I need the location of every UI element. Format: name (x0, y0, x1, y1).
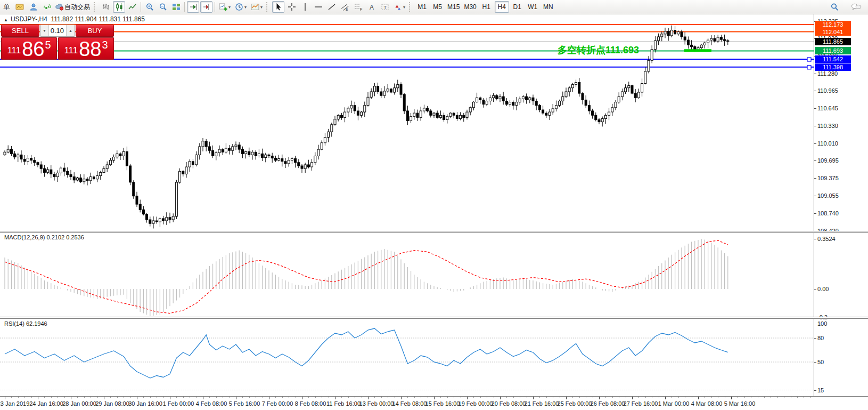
macd-pane-divider[interactable] (0, 231, 868, 233)
line-chart-button[interactable] (126, 1, 138, 13)
main-chart-canvas[interactable] (0, 14, 814, 396)
bars-chart-icon (102, 3, 110, 11)
signals-button[interactable] (40, 1, 53, 13)
time-major-tick (731, 397, 732, 399)
time-minor-tick (513, 397, 514, 398)
volume-increase-button[interactable]: ▲ (66, 25, 75, 36)
price-line-label: 111.693 (815, 47, 851, 54)
text-label-button[interactable]: T (379, 1, 391, 13)
periods-button[interactable]: ▾ (233, 1, 248, 13)
indicators-button[interactable]: ▾ (217, 1, 232, 13)
price-tick-label: 109.695 (817, 157, 839, 164)
time-minor-tick (355, 397, 355, 398)
chart-shift-icon (202, 3, 211, 11)
buy-price-display[interactable]: 111 88 3 (58, 37, 114, 60)
tile-windows-button[interactable] (170, 1, 182, 13)
zoom-out-button[interactable] (157, 1, 169, 13)
fibonacci-button[interactable]: F (352, 1, 364, 13)
time-tick-label: 24 Jan 16:00 (29, 400, 63, 407)
time-minor-tick (143, 397, 144, 398)
arrows-icon (394, 3, 402, 11)
time-major-tick (104, 397, 104, 399)
autotrading-button[interactable]: 自动交易 (54, 1, 92, 13)
tf-m15-button[interactable]: M15 (446, 1, 461, 13)
zoom-in-button[interactable] (143, 1, 155, 13)
equidistant-channel-button[interactable]: E (339, 1, 351, 13)
time-minor-tick (487, 397, 487, 398)
time-minor-tick (130, 397, 131, 398)
text-button[interactable]: A (365, 1, 378, 13)
time-minor-tick (494, 397, 494, 398)
search-button[interactable] (829, 1, 841, 13)
toolbar-separator (266, 2, 270, 12)
toolbar-group-scroll (186, 0, 213, 14)
chevron-down-icon[interactable]: ▾ (260, 5, 263, 10)
tf-m30-button[interactable]: M30 (462, 1, 478, 13)
chevron-down-icon[interactable]: ▾ (228, 5, 231, 10)
time-minor-tick (480, 397, 481, 398)
tf-h4-button[interactable]: H4 (495, 1, 509, 13)
tf-w1-button[interactable]: W1 (526, 1, 540, 13)
time-minor-tick (150, 397, 151, 398)
volume-input[interactable] (49, 25, 66, 36)
crosshair-button[interactable] (285, 1, 298, 13)
tf-mn-button[interactable]: MN (541, 1, 555, 13)
sell-price-display[interactable]: 111 86 5 (1, 37, 57, 60)
charts-grid-icon (15, 3, 24, 11)
tf-m1-button[interactable]: M1 (415, 1, 429, 13)
time-tick-label: 14 Feb 08:00 (392, 400, 427, 407)
tf-m5-button[interactable]: M5 (430, 1, 445, 13)
volume-decrease-button[interactable]: ▼ (40, 25, 49, 36)
sell-button[interactable]: SELL (1, 25, 39, 37)
chat-button[interactable] (849, 1, 863, 13)
chevron-down-icon[interactable]: ▾ (403, 5, 405, 10)
auto-scroll-button[interactable] (187, 1, 199, 13)
price-tick-label: 110.330 (817, 123, 838, 129)
autotrading-icon (55, 3, 64, 11)
tf-h4-label: H4 (498, 3, 506, 11)
new-order-button[interactable]: 单 (1, 1, 13, 13)
price-axis[interactable]: 112.235111.920111.600111.280110.965110.6… (814, 14, 868, 396)
trendline-button[interactable] (325, 1, 338, 13)
candles-chart-button[interactable] (113, 1, 125, 13)
tile-windows-icon (172, 3, 181, 11)
buy-button[interactable]: BUY (76, 25, 114, 37)
bars-chart-button[interactable] (100, 1, 112, 13)
chart-shift-button[interactable] (200, 1, 212, 13)
tf-h1-button[interactable]: H1 (479, 1, 494, 13)
rsi-tick-mark (814, 338, 816, 339)
time-tick-label: 4 Mar 08:00 (691, 400, 723, 407)
time-minor-tick (810, 397, 811, 398)
zoom-out-icon (159, 3, 167, 11)
time-axis[interactable]: 23 Jan 201924 Jan 16:0028 Jan 00:0029 Ja… (0, 396, 868, 410)
charts-grid-button[interactable] (14, 1, 26, 13)
chevron-down-icon[interactable]: ▾ (244, 5, 247, 10)
time-tick-label: 20 Feb 08:00 (492, 400, 526, 407)
time-tick-label: 11 Feb 16:00 (326, 400, 361, 407)
sell-price-prefix: 111 (7, 45, 21, 56)
arrows-button[interactable]: ▾ (392, 1, 407, 13)
cursor-button[interactable] (272, 1, 284, 13)
toolbar-separator (94, 2, 97, 12)
price-tick-mark (814, 126, 816, 126)
profiles-button[interactable] (27, 1, 39, 13)
collapse-panel-icon[interactable]: ▲ (4, 18, 8, 22)
vertical-line-button[interactable] (299, 1, 311, 13)
time-minor-tick (190, 397, 190, 398)
templates-button[interactable]: ▾ (249, 1, 264, 13)
time-minor-tick (619, 397, 619, 398)
time-minor-tick (315, 397, 316, 398)
one-click-trading-panel: SELL ▼ ▲ BUY 111 86 5 111 88 3 (1, 25, 114, 60)
horizontal-line-button[interactable] (312, 1, 324, 13)
time-tick-label: 1 Mar 00:00 (658, 400, 690, 407)
rsi-pane-divider[interactable] (0, 317, 868, 319)
time-minor-tick (322, 397, 322, 398)
price-tick-mark (814, 160, 816, 161)
profiles-icon (29, 3, 38, 11)
time-major-tick (500, 397, 501, 399)
time-minor-tick (51, 397, 52, 398)
price-tick-mark (814, 91, 816, 91)
time-minor-tick (506, 397, 507, 398)
pivot-annotation-text[interactable]: 多空转折点111.693 (558, 44, 639, 57)
tf-d1-button[interactable]: D1 (510, 1, 525, 13)
